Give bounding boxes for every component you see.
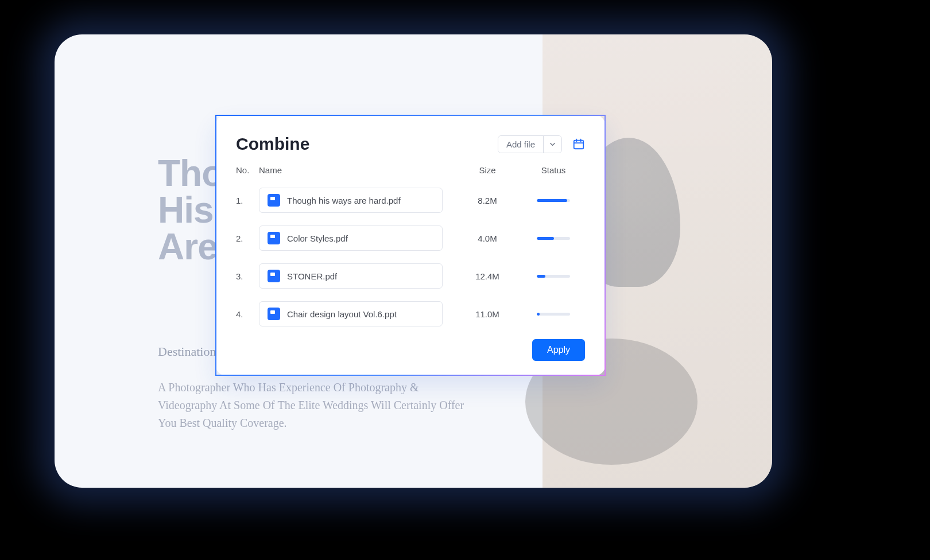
- file-icon: [268, 308, 280, 320]
- add-file-split-button: Add file: [498, 135, 562, 153]
- file-name: STONER.pdf: [287, 271, 337, 281]
- file-size: 11.0M: [453, 309, 522, 319]
- file-icon: [268, 232, 280, 244]
- table-row: 3.STONER.pdf12.4M: [236, 263, 585, 289]
- file-chip[interactable]: STONER.pdf: [259, 263, 443, 289]
- file-icon: [268, 270, 280, 282]
- file-status: [522, 313, 585, 316]
- svg-rect-0: [574, 141, 584, 149]
- file-name: Chair design layout Vol.6.ppt: [287, 309, 397, 319]
- column-header-name: Name: [259, 165, 453, 175]
- row-number: 1.: [236, 196, 259, 205]
- row-number: 4.: [236, 309, 259, 319]
- file-icon: [268, 194, 280, 207]
- table-row: 2.Color Styles.pdf4.0M: [236, 225, 585, 251]
- progress-bar: [537, 199, 570, 202]
- file-size: 12.4M: [453, 271, 522, 281]
- file-status: [522, 199, 585, 202]
- file-size: 8.2M: [453, 196, 522, 205]
- dialog-title: Combine: [236, 134, 498, 154]
- apply-button[interactable]: Apply: [532, 339, 585, 361]
- progress-bar: [537, 275, 570, 278]
- table-header-row: No. Name Size Status: [236, 165, 585, 175]
- file-status: [522, 237, 585, 240]
- file-chip[interactable]: Color Styles.pdf: [259, 225, 443, 251]
- combine-dialog: Combine Add file No. Name Size Status 1.…: [215, 115, 606, 376]
- file-chip[interactable]: Chair design layout Vol.6.ppt: [259, 301, 443, 326]
- add-file-dropdown-button[interactable]: [543, 136, 561, 153]
- file-chip[interactable]: Though his ways are hard.pdf: [259, 188, 443, 213]
- background-paragraph: A Photographer Who Has Experience Of Pho…: [158, 379, 468, 432]
- table-row: 4.Chair design layout Vol.6.ppt11.0M: [236, 301, 585, 326]
- calendar-icon[interactable]: [572, 138, 585, 150]
- file-status: [522, 275, 585, 278]
- progress-bar: [537, 237, 570, 240]
- progress-bar: [537, 313, 570, 316]
- row-number: 3.: [236, 271, 259, 281]
- add-file-button[interactable]: Add file: [498, 136, 543, 153]
- file-size: 4.0M: [453, 234, 522, 243]
- chevron-down-icon: [549, 141, 556, 147]
- column-header-no: No.: [236, 165, 259, 175]
- row-number: 2.: [236, 234, 259, 243]
- file-name: Color Styles.pdf: [287, 234, 348, 243]
- table-row: 1.Though his ways are hard.pdf8.2M: [236, 188, 585, 213]
- column-header-status: Status: [522, 165, 585, 175]
- file-name: Though his ways are hard.pdf: [287, 196, 401, 205]
- column-header-size: Size: [453, 165, 522, 175]
